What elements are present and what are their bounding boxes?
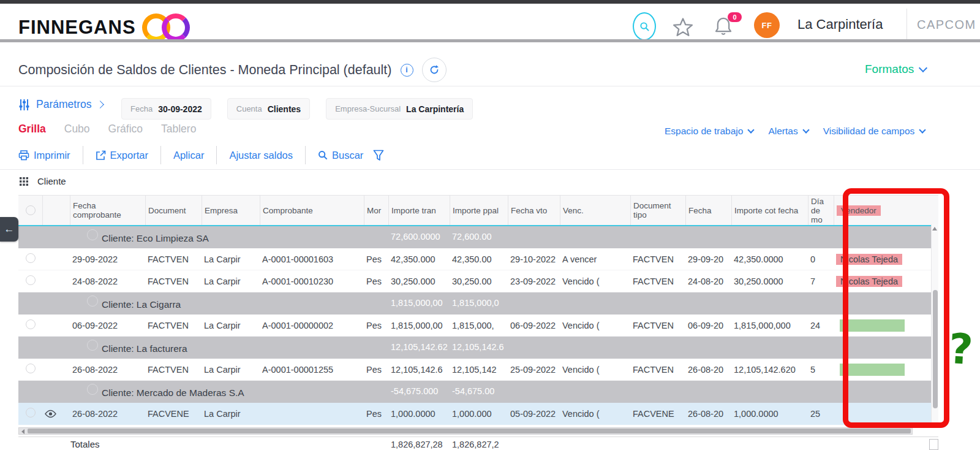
- formats-dropdown[interactable]: Formatos: [865, 63, 926, 76]
- scroll-left-icon[interactable]: [21, 429, 24, 434]
- toolbar-separator: [216, 146, 217, 164]
- row-cell-importe_cot_fecha: 1,000.0000: [732, 409, 809, 419]
- export-button[interactable]: Exportar: [96, 150, 148, 161]
- column-header-documento[interactable]: Document: [146, 196, 202, 225]
- column-header-moneda[interactable]: Mor: [364, 196, 389, 225]
- vertical-scrollbar[interactable]: [931, 224, 938, 423]
- print-button[interactable]: Imprimir: [18, 150, 70, 161]
- group-importe-ppal: -54,675.00: [452, 386, 507, 396]
- row-cell-moneda: Pes: [364, 254, 389, 264]
- table-row[interactable]: 26-08-2022FACVENELa CarpirPes1,000.00001…: [18, 403, 931, 425]
- vendedor-green-highlight: [840, 364, 905, 376]
- row-cell-empresa: La Carpir: [202, 409, 260, 419]
- tenant-name[interactable]: La Carpintería: [797, 17, 883, 32]
- table-row[interactable]: 24-08-2022FACTVENLa CarpirA-0001-0001023…: [18, 270, 931, 292]
- row-cell-fecha: 29-09-20: [686, 254, 732, 264]
- search-icon[interactable]: [633, 12, 656, 40]
- tab-tablero[interactable]: Tablero: [161, 123, 196, 135]
- refresh-button[interactable]: [422, 58, 447, 82]
- grouping-chip[interactable]: Cliente: [20, 176, 66, 186]
- tab-grilla[interactable]: Grilla: [18, 123, 46, 135]
- column-header-importe_cot_fecha[interactable]: Importe cot fecha: [732, 196, 809, 225]
- column-header-venc[interactable]: Venc.: [560, 196, 631, 225]
- row-select-radio[interactable]: [26, 253, 36, 263]
- alerts-dropdown[interactable]: Alertas: [768, 126, 808, 137]
- row-select-radio[interactable]: [26, 275, 36, 285]
- column-header-fecha_comprobante[interactable]: Fecha comprobante: [70, 196, 146, 225]
- row-cell-fecha_vto: 06-09-2022: [508, 321, 560, 330]
- row-cell-documento: FACTVEN: [146, 365, 202, 375]
- table-row[interactable]: 26-08-2022FACTVENLa CarpirA-0001-0000125…: [18, 359, 931, 381]
- row-select-radio[interactable]: [26, 319, 36, 329]
- filter-icon[interactable]: [373, 150, 384, 161]
- group-row[interactable]: Cliente: Eco Limpieza SA72,600.000072,60…: [18, 226, 931, 248]
- column-header-empresa[interactable]: Empresa: [202, 196, 260, 225]
- toolbar-separator: [83, 146, 83, 164]
- group-select-radio[interactable]: [87, 229, 98, 240]
- totals-checkbox[interactable]: [929, 439, 938, 450]
- column-header-importe_ppal[interactable]: Importe ppal: [450, 196, 508, 225]
- adjust-balances-button[interactable]: Ajustar saldos: [229, 150, 293, 161]
- field-visibility-dropdown[interactable]: Visibilidad de campos: [823, 126, 925, 137]
- tab-grafico[interactable]: Gráfico: [108, 123, 143, 135]
- avatar[interactable]: FF: [754, 12, 780, 38]
- column-header-importe_tran[interactable]: Importe tran: [389, 196, 450, 225]
- row-cell-indicator[interactable]: [43, 410, 70, 418]
- row-cell-moneda: Pes: [364, 276, 389, 286]
- group-select-radio[interactable]: [87, 340, 98, 351]
- workspace-dropdown[interactable]: Espacio de trabajo: [665, 126, 753, 137]
- group-select-radio[interactable]: [87, 384, 98, 395]
- column-header-documento_tipo[interactable]: Document tipo: [631, 196, 686, 225]
- annotation-question-mark: ?: [948, 324, 974, 374]
- row-select-radio[interactable]: [26, 408, 36, 418]
- row-cell-moneda: Pes: [364, 321, 389, 330]
- column-header-vendedor[interactable]: Vendedor: [834, 196, 931, 225]
- totals-row: Totales 1,826,827,28 1,826,827,2: [18, 438, 938, 450]
- column-header-fecha[interactable]: Fecha: [686, 196, 732, 225]
- parameters-toggle[interactable]: Parámetros: [18, 98, 103, 111]
- row-cell-moneda: Pes: [364, 409, 389, 419]
- row-select-radio[interactable]: [26, 364, 36, 373]
- apply-button[interactable]: Aplicar: [173, 150, 204, 161]
- search-button[interactable]: Buscar: [318, 150, 363, 161]
- group-row[interactable]: Cliente: La facturera12,105,142.6212,105…: [18, 337, 931, 359]
- vendedor-highlight: Nicolas Tejeda: [836, 276, 902, 287]
- app-logo[interactable]: FINNEGANS: [18, 13, 190, 42]
- grouping-label: Cliente: [37, 176, 66, 186]
- totals-importe-tran: 1,826,827,28: [391, 440, 448, 449]
- table-row[interactable]: 29-09-2022FACTVENLa CarpirA-0001-0000160…: [18, 248, 931, 270]
- row-cell-importe_cot_fecha: 42,350.0000: [732, 254, 809, 264]
- row-cell-fecha_vto: 25-09-2022: [508, 365, 560, 375]
- collapse-panel-button[interactable]: ←: [0, 217, 18, 242]
- horizontal-scrollbar[interactable]: [18, 427, 913, 435]
- select-all-radio[interactable]: [26, 205, 36, 215]
- param-empresa-sucursal[interactable]: Empresa-Sucursal La Carpintería: [326, 98, 473, 120]
- param-cuenta[interactable]: Cuenta Clientes: [227, 98, 310, 120]
- vendedor-green-highlight: [840, 319, 905, 332]
- totals-label: Totales: [70, 439, 100, 449]
- table-header-row: Fecha comprobanteDocumentEmpresaComproba…: [18, 195, 938, 226]
- column-header-dias_mora[interactable]: Día de mo: [809, 196, 834, 225]
- group-select-radio[interactable]: [87, 296, 98, 307]
- param-fecha[interactable]: Fecha 30-09-2022: [121, 98, 211, 120]
- row-cell-fecha_vto: 05-09-2022: [508, 409, 560, 419]
- info-icon[interactable]: i: [401, 64, 413, 77]
- column-header-fecha_vto[interactable]: Fecha vto: [508, 196, 560, 225]
- scroll-up-icon[interactable]: [932, 227, 937, 231]
- row-cell-empresa: La Carpir: [202, 254, 260, 264]
- chevron-down-icon: [919, 64, 927, 72]
- group-row[interactable]: Cliente: Mercado de Maderas S.A-54,675.0…: [18, 381, 931, 403]
- sliders-icon: [18, 99, 30, 111]
- totals-importe-ppal: 1,826,827,2: [452, 440, 506, 449]
- group-row[interactable]: Cliente: La Cigarra1,815,000,001,815,000…: [18, 292, 931, 315]
- tab-cubo[interactable]: Cubo: [64, 123, 90, 135]
- scrollbar-thumb[interactable]: [28, 429, 911, 433]
- divider: [0, 86, 980, 86]
- star-icon[interactable]: [671, 16, 695, 38]
- column-header-comprobante[interactable]: Comprobante: [260, 196, 364, 225]
- scrollbar-thumb[interactable]: [933, 290, 938, 408]
- table-row[interactable]: 06-09-2022FACTVENLa CarpirA-0001-0000000…: [18, 315, 931, 337]
- column-header-select: [18, 196, 43, 225]
- divider: [18, 437, 938, 437]
- row-cell-fecha_comprobante: 24-08-2022: [70, 276, 146, 286]
